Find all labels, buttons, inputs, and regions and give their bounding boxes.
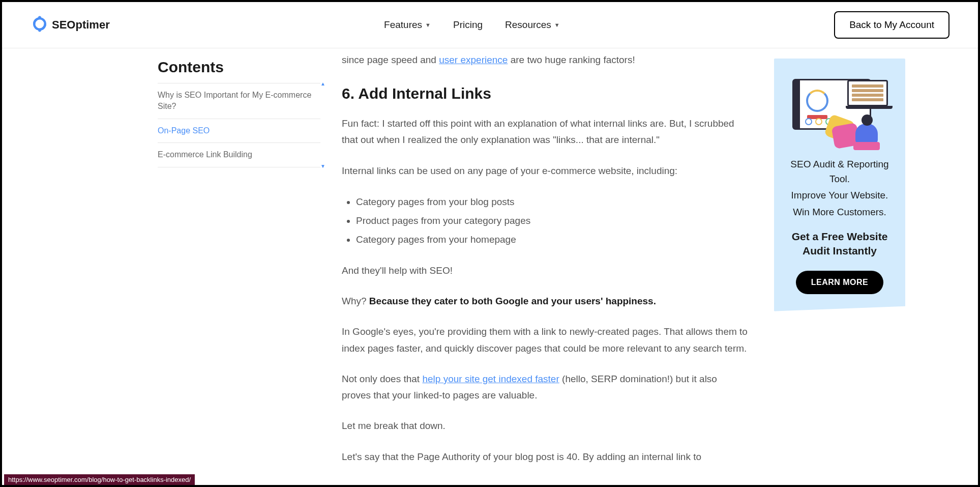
paragraph: In Google's eyes, you're providing them …	[342, 324, 748, 357]
site-header: SEOptimer Features ▼ Pricing Resources ▼…	[2, 2, 978, 48]
article-main: since page speed and user experience are…	[342, 59, 748, 479]
paragraph: Let's say that the Page Authority of you…	[342, 449, 748, 465]
chevron-down-icon: ▼	[320, 163, 325, 170]
paragraph: Why? Because they cater to both Google a…	[342, 293, 748, 309]
text: are two huge ranking factors!	[508, 54, 635, 65]
promo-cta-text: Get a Free Website Audit Instantly	[782, 230, 897, 259]
section-heading: 6. Add Internal Links	[342, 85, 748, 102]
toc-title: Contents	[158, 59, 320, 76]
laptop-graphic	[847, 80, 888, 106]
promo-text: SEO Audit & Reporting Tool.	[782, 157, 897, 186]
chevron-down-icon: ▼	[554, 22, 560, 28]
toc-item-label: E-commerce Link Building	[158, 150, 252, 159]
paragraph: Let me break that down.	[342, 418, 748, 434]
person-graphic	[842, 114, 883, 150]
user-experience-link[interactable]: user experience	[439, 54, 508, 65]
svg-point-1	[38, 29, 41, 32]
text: since page speed and	[342, 54, 439, 65]
nav-features[interactable]: Features ▼	[384, 19, 431, 31]
indexed-faster-link[interactable]: help your site get indexed faster	[422, 374, 559, 384]
toc-item-why[interactable]: Why is SEO Important for My E-commerce S…	[158, 83, 320, 119]
partial-sentence: since page speed and user experience are…	[342, 54, 748, 66]
list-item: Product pages from your category pages	[356, 212, 748, 229]
svg-point-0	[38, 16, 41, 19]
bold-text: Because they cater to both Google and yo…	[369, 296, 656, 306]
toc-sidebar: Contents Why is SEO Important for My E-c…	[158, 59, 320, 167]
toc-item-label: On-Page SEO	[158, 126, 210, 135]
promo-text: Win More Customers.	[782, 205, 897, 220]
chevron-up-icon: ▲	[320, 80, 325, 88]
chevron-down-icon: ▼	[425, 22, 431, 28]
learn-more-button[interactable]: LEARN MORE	[796, 271, 884, 294]
paragraph: Fun fact: I started off this point with …	[342, 116, 748, 149]
text: Why?	[342, 296, 369, 306]
nav-pricing-label: Pricing	[453, 19, 483, 31]
paragraph: And they'll help with SEO!	[342, 263, 748, 279]
list-item: Category pages from your blog posts	[356, 193, 748, 210]
status-bar-url: https://www.seoptimer.com/blog/how-to-ge…	[4, 474, 195, 485]
back-to-account-button[interactable]: Back to My Account	[834, 11, 949, 39]
paragraph: Not only does that help your site get in…	[342, 371, 748, 404]
list-item: Category pages from your homepage	[356, 231, 748, 248]
bullet-list: Category pages from your blog posts Prod…	[356, 193, 748, 248]
promo-text: Improve Your Website.	[782, 188, 897, 203]
toc-item-label: Why is SEO Important for My E-commerce S…	[158, 91, 311, 110]
nav-resources-label: Resources	[505, 19, 551, 31]
toc-item-linkbuilding[interactable]: E-commerce Link Building ▼	[158, 142, 320, 167]
promo-sidebar: SEO Audit & Reporting Tool. Improve Your…	[774, 59, 905, 311]
promo-illustration	[782, 74, 897, 150]
toc-item-onpage[interactable]: On-Page SEO	[158, 119, 320, 142]
logo-icon	[31, 15, 49, 35]
paragraph: Internal links can be used on any page o…	[342, 163, 748, 179]
text: Not only does that	[342, 374, 422, 384]
nav-features-label: Features	[384, 19, 422, 31]
logo-text: SEOptimer	[52, 18, 110, 32]
nav-pricing[interactable]: Pricing	[453, 19, 483, 31]
site-logo[interactable]: SEOptimer	[31, 15, 110, 35]
main-nav: Features ▼ Pricing Resources ▼	[384, 19, 560, 31]
nav-resources[interactable]: Resources ▼	[505, 19, 560, 31]
